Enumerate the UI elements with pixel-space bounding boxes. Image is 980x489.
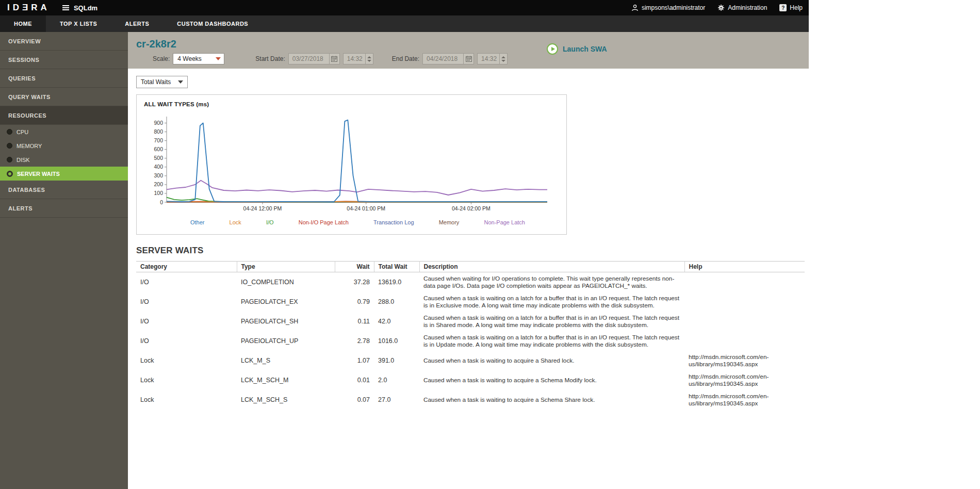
column-header-description[interactable]: Description <box>419 262 684 272</box>
cell-wait: 37.28 <box>335 272 374 292</box>
start-time-spinner[interactable] <box>366 53 373 64</box>
cell-help <box>684 292 805 312</box>
svg-text:04-24 01:00 PM: 04-24 01:00 PM <box>347 205 385 211</box>
app-window: IDƎRA SQLdm simpsons\administrator Admin… <box>0 0 809 489</box>
sidebar: OVERVIEWSESSIONSQUERIESQUERY WAITSRESOUR… <box>0 32 128 489</box>
sidebar-subitem-cpu[interactable]: CPU <box>0 125 128 139</box>
chart-legend: OtherLockI/ONon-I/O Page LatchTransactio… <box>144 219 566 225</box>
dropdown-arrow-icon <box>178 80 183 84</box>
help-button[interactable]: ? Help <box>779 4 803 11</box>
nav-item-alerts[interactable]: ALERTS <box>111 15 163 32</box>
end-date-calendar-button[interactable] <box>464 53 474 64</box>
wait-type-dropdown[interactable]: Total Waits <box>136 76 188 88</box>
series-non-page-latch <box>167 181 547 195</box>
cell-description: Caused when a task is waiting on a latch… <box>419 292 684 312</box>
legend-transaction-log[interactable]: Transaction Log <box>373 219 414 225</box>
server-wait-row-lck-m-s[interactable]: LockLCK_M_S1.07391.0Caused when a task i… <box>136 351 805 370</box>
column-header-category[interactable]: Category <box>136 262 237 272</box>
sidebar-item-query-waits[interactable]: QUERY WAITS <box>0 88 128 106</box>
cell-type: LCK_M_SCH_M <box>237 370 335 390</box>
sidebar-item-databases[interactable]: DATABASES <box>0 181 128 199</box>
server-wait-row-pageiolatch-ex[interactable]: I/OPAGEIOLATCH_EX0.79288.0Caused when a … <box>136 292 805 312</box>
server-wait-row-pageiolatch-up[interactable]: I/OPAGEIOLATCH_UP2.781016.0Caused when a… <box>136 331 805 351</box>
legend-i-o[interactable]: I/O <box>266 219 274 225</box>
start-time-field: 14:32 <box>343 53 373 64</box>
nav-item-custom-dashboards[interactable]: CUSTOM DASHBOARDS <box>163 15 262 32</box>
cell-description: Caused when a task is waiting on a latch… <box>419 312 684 331</box>
svg-text:100: 100 <box>154 190 163 196</box>
user-icon <box>631 4 639 11</box>
server-wait-row-lck-m-sch-m[interactable]: LockLCK_M_SCH_M0.012.0Caused when a task… <box>136 370 805 390</box>
scale-label: Scale: <box>153 55 170 62</box>
legend-memory[interactable]: Memory <box>439 219 460 225</box>
series-other <box>167 120 547 202</box>
svg-text:900: 900 <box>154 120 163 126</box>
column-header-total-wait[interactable]: Total Wait <box>374 262 419 272</box>
scale-dropdown[interactable]: 4 Weeks <box>173 53 224 64</box>
cell-total-wait: 27.0 <box>374 390 419 410</box>
cell-wait: 0.07 <box>335 390 374 410</box>
cell-help <box>684 272 805 292</box>
disk-status-icon <box>7 157 12 162</box>
column-header-help[interactable]: Help <box>684 262 805 272</box>
start-date-calendar-button[interactable] <box>330 53 340 64</box>
svg-text:04-24 12:00 PM: 04-24 12:00 PM <box>243 205 282 211</box>
column-header-type[interactable]: Type <box>237 262 335 272</box>
end-time-input[interactable]: 14:32 <box>477 53 500 64</box>
cell-category: I/O <box>136 292 237 312</box>
spin-up-icon <box>367 56 371 58</box>
sidebar-item-queries[interactable]: QUERIES <box>0 69 128 88</box>
legend-lock[interactable]: Lock <box>230 219 241 225</box>
sidebar-subitem-memory[interactable]: MEMORY <box>0 139 128 153</box>
end-date-input[interactable]: 04/24/2018 <box>422 53 464 64</box>
sidebar-item-overview[interactable]: OVERVIEW <box>0 32 128 51</box>
end-date-field: 04/24/2018 <box>422 53 474 64</box>
cell-type: IO_COMPLETION <box>237 272 335 292</box>
end-time-spinner[interactable] <box>500 53 508 64</box>
sidebar-item-sessions[interactable]: SESSIONS <box>0 51 128 69</box>
cell-help[interactable]: http://msdn.microsoft.com/en-us/library/… <box>684 390 805 410</box>
user-name: simpsons\administrator <box>642 4 705 11</box>
help-icon: ? <box>779 4 787 11</box>
spin-down-icon <box>501 60 505 62</box>
cell-total-wait: 1016.0 <box>374 331 419 351</box>
sidebar-item-alerts[interactable]: ALERTS <box>0 199 128 218</box>
launch-swa-button[interactable]: Launch SWA <box>547 43 607 55</box>
sidebar-subitem-server-waits[interactable]: SERVER WAITS <box>0 167 128 181</box>
hamburger-menu-icon[interactable] <box>62 5 69 10</box>
cell-help[interactable]: http://msdn.microsoft.com/en-us/library/… <box>684 370 805 390</box>
server-wait-row-lck-m-sch-s[interactable]: LockLCK_M_SCH_S0.0727.0Caused when a tas… <box>136 390 805 410</box>
cell-type: LCK_M_SCH_S <box>237 390 335 410</box>
sidebar-subitem-label: MEMORY <box>17 143 42 149</box>
sidebar-item-resources[interactable]: RESOURCES <box>0 106 128 125</box>
product-name: SQLdm <box>74 4 97 12</box>
start-date-input[interactable]: 03/27/2018 <box>288 53 330 64</box>
svg-text:600: 600 <box>154 146 163 152</box>
nav-item-home[interactable]: HOME <box>0 15 46 32</box>
cell-description: Caused when a task is waiting to acquire… <box>419 390 684 410</box>
svg-text:700: 700 <box>154 137 163 143</box>
wait-types-chart-panel: ALL WAIT TYPES (ms) 01002003004005006007… <box>136 94 567 235</box>
server-wait-row-io-completion[interactable]: I/OIO_COMPLETION37.2813619.0Caused when … <box>136 272 805 292</box>
start-date-field: 03/27/2018 <box>288 53 340 64</box>
start-time-input[interactable]: 14:32 <box>343 53 366 64</box>
cell-total-wait: 13619.0 <box>374 272 419 292</box>
server-wait-row-pageiolatch-sh[interactable]: I/OPAGEIOLATCH_SH0.1142.0Caused when a t… <box>136 312 805 331</box>
help-label: Help <box>790 4 803 11</box>
spin-down-icon <box>367 60 371 62</box>
column-header-wait[interactable]: Wait <box>335 262 374 272</box>
sidebar-subitem-disk[interactable]: DISK <box>0 153 128 167</box>
main-nav: HOMETOP X LISTSALERTSCUSTOM DASHBOARDS <box>0 15 809 32</box>
top-bar: IDƎRA SQLdm simpsons\administrator Admin… <box>0 0 809 15</box>
chart-title: ALL WAIT TYPES (ms) <box>144 101 566 107</box>
administration-button[interactable]: Administration <box>717 4 767 11</box>
cell-help[interactable]: http://msdn.microsoft.com/en-us/library/… <box>684 351 805 370</box>
user-menu[interactable]: simpsons\administrator <box>631 4 705 11</box>
legend-non-page-latch[interactable]: Non-Page Latch <box>484 219 525 225</box>
memory-status-icon <box>7 143 12 149</box>
cell-wait: 1.07 <box>335 351 374 370</box>
legend-non-i-o-page-latch[interactable]: Non-I/O Page Latch <box>299 219 349 225</box>
nav-item-top-x-lists[interactable]: TOP X LISTS <box>46 15 111 32</box>
legend-other[interactable]: Other <box>190 219 205 225</box>
gear-icon <box>717 4 725 11</box>
